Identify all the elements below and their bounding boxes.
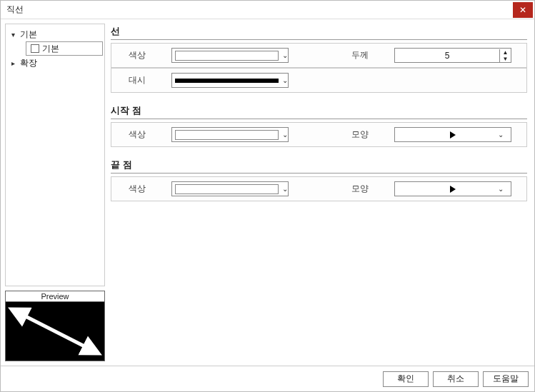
section-title-start: 시작 점: [111, 103, 527, 119]
arrow-right-icon: [450, 186, 456, 193]
close-icon: ✕: [519, 5, 526, 15]
label-shape: 모양: [340, 126, 380, 144]
section-title-line: 선: [111, 24, 527, 39]
chevron-down-icon: ⌄: [281, 185, 288, 193]
section-end-point: 끝 점 색상 ⌄ 모양 ⌄: [111, 157, 527, 201]
start-row: 색상 ⌄ 모양 ⌄: [111, 122, 527, 147]
section-start-point: 시작 점 색상 ⌄ 모양 ⌄: [111, 103, 527, 147]
divider: [111, 173, 527, 174]
tree-item-label: 확장: [17, 57, 40, 69]
window-title: 직선: [6, 4, 24, 16]
category-tree: ▾ 기본 기본 ▸ 확장: [5, 24, 105, 286]
line-row-1: 색상 ⌄ 두께 5 ▲ ▼: [111, 43, 527, 68]
color-swatch-icon: [175, 130, 279, 140]
tree-item-extended[interactable]: ▸ 확장: [7, 56, 103, 70]
section-line: 선 색상 ⌄ 두께 5 ▲ ▼: [111, 24, 527, 93]
left-pane: ▾ 기본 기본 ▸ 확장 Preview: [5, 24, 105, 361]
line-dash-combo[interactable]: ⌄: [171, 73, 289, 88]
close-button[interactable]: ✕: [513, 2, 533, 18]
section-title-end: 끝 점: [111, 157, 527, 173]
help-button[interactable]: 도움말: [483, 371, 529, 387]
cancel-button[interactable]: 취소: [433, 371, 479, 387]
preview-title: Preview: [6, 291, 104, 302]
title-bar: 직선 ✕: [1, 1, 534, 19]
dialog-window: 직선 ✕ ▾ 기본 기본 ▸ 확장 Preview: [0, 0, 535, 392]
chevron-down-icon: ⌄: [281, 76, 288, 84]
expand-icon: ▸: [9, 59, 17, 67]
label-color: 색상: [117, 46, 157, 64]
label-color: 색상: [117, 180, 157, 198]
chevron-down-icon: ⌄: [494, 131, 508, 139]
label-shape: 모양: [340, 180, 380, 198]
tree-item-basic[interactable]: ▾ 기본: [7, 27, 103, 41]
dash-swatch-icon: [175, 79, 279, 83]
thickness-value: 5: [395, 51, 499, 61]
ok-button[interactable]: 확인: [383, 371, 429, 387]
chevron-down-icon: ⌄: [494, 185, 508, 193]
color-swatch-icon: [175, 184, 279, 194]
arrow-right-icon: [450, 131, 456, 139]
label-color: 색상: [117, 126, 157, 144]
tree-item-label: 기본: [17, 29, 40, 41]
dialog-body: ▾ 기본 기본 ▸ 확장 Preview: [1, 19, 534, 366]
preview-panel: Preview: [5, 291, 105, 361]
stepper-up-button[interactable]: ▲: [500, 49, 511, 56]
chevron-down-icon: ⌄: [281, 131, 288, 139]
svg-line-0: [14, 311, 96, 352]
start-shape-combo[interactable]: ⌄: [394, 127, 511, 142]
end-shape-combo[interactable]: ⌄: [394, 181, 511, 196]
tree-item-label: 기본: [42, 43, 59, 55]
properties-pane: 선 색상 ⌄ 두께 5 ▲ ▼: [111, 24, 530, 361]
collapse-icon: ▾: [9, 31, 17, 39]
line-color-combo[interactable]: ⌄: [171, 48, 289, 63]
line-thickness-stepper[interactable]: 5 ▲ ▼: [394, 48, 511, 63]
start-color-combo[interactable]: ⌄: [171, 127, 289, 142]
label-dash: 대시: [117, 71, 157, 89]
preview-canvas: [6, 302, 104, 361]
chevron-down-icon: ⌄: [281, 51, 288, 59]
label-thickness: 두께: [340, 46, 380, 64]
stepper-down-button[interactable]: ▼: [500, 56, 511, 62]
color-swatch-icon: [175, 51, 279, 61]
tree-item-basic-child[interactable]: 기본: [26, 41, 103, 56]
dialog-footer: 확인 취소 도움말: [1, 366, 534, 391]
square-icon: [31, 44, 39, 53]
end-row: 색상 ⌄ 모양 ⌄: [111, 176, 527, 201]
end-color-combo[interactable]: ⌄: [171, 181, 289, 196]
preview-line-icon: [6, 302, 104, 361]
divider: [111, 39, 527, 40]
line-row-2: 대시 ⌄: [111, 68, 527, 93]
divider: [111, 119, 527, 119]
